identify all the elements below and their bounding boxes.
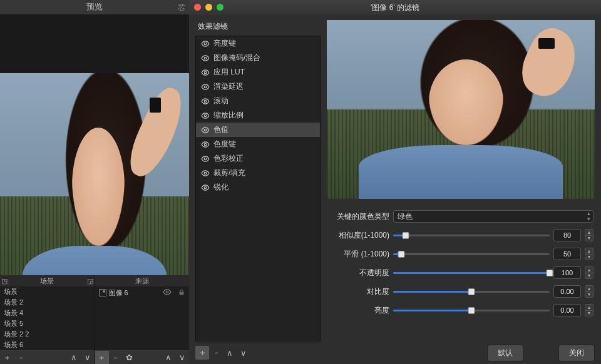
similarity-value[interactable]: 80 — [553, 229, 581, 241]
filter-label: 图像掩码/混合 — [213, 53, 260, 63]
smooth-value[interactable]: 50 — [553, 248, 581, 260]
param-smooth: 平滑 (1-1000) 50 ▲▼ — [327, 248, 593, 260]
filter-row[interactable]: 缩放比例 — [196, 108, 320, 123]
contrast-slider[interactable] — [393, 285, 550, 298]
svg-point-13 — [204, 186, 207, 189]
similarity-stepper[interactable]: ▲▼ — [585, 229, 593, 241]
filter-row[interactable]: 滚动 — [196, 94, 320, 108]
source-row[interactable]: 图像 6 — [95, 286, 190, 299]
preview-title: 预览 — [86, 1, 103, 13]
close-button[interactable]: 关闭 — [558, 345, 595, 361]
brightness-stepper[interactable]: ▲▼ — [585, 304, 593, 316]
minimize-window-button[interactable] — [205, 4, 212, 11]
opacity-stepper[interactable]: ▲▼ — [585, 266, 593, 279]
move-up-button[interactable]: ∧ — [67, 351, 81, 365]
move-down-button[interactable]: ∨ — [81, 351, 95, 365]
remove-filter-button[interactable]: － — [209, 346, 223, 360]
filter-label: 亮度键 — [213, 38, 236, 49]
svg-point-10 — [204, 143, 207, 146]
brightness-slider[interactable] — [393, 304, 550, 316]
eye-icon[interactable] — [201, 140, 210, 149]
filter-row[interactable]: 亮度键 — [196, 36, 320, 51]
chevron-updown-icon: ▴▾ — [587, 211, 590, 222]
filter-row[interactable]: 图像掩码/混合 — [196, 51, 320, 65]
eye-icon[interactable] — [201, 54, 210, 63]
scene-row[interactable]: 场景 2 — [0, 297, 95, 308]
add-button[interactable]: ＋ — [95, 351, 109, 365]
opacity-label: 不透明度 — [327, 268, 389, 278]
svg-point-12 — [204, 172, 207, 174]
filter-row[interactable]: 锐化 — [196, 180, 320, 195]
core-indicator-icon: 芯 — [178, 3, 185, 13]
param-similarity: 相似度(1-1000) 80 ▲▼ — [327, 229, 593, 241]
move-down-button[interactable]: ∨ — [175, 351, 189, 365]
move-up-button[interactable]: ∧ — [162, 351, 175, 365]
eye-icon[interactable] — [201, 126, 210, 134]
visibility-icon[interactable] — [163, 288, 172, 298]
eye-icon[interactable] — [201, 169, 210, 178]
contrast-label: 对比度 — [327, 286, 389, 297]
scene-row[interactable]: 场景 5 — [0, 318, 95, 329]
close-window-button[interactable] — [194, 4, 201, 11]
svg-point-1 — [166, 291, 168, 293]
eye-icon[interactable] — [201, 39, 210, 48]
preview-area[interactable] — [0, 14, 189, 261]
filter-row[interactable]: 裁剪/填充 — [196, 166, 320, 180]
filter-row[interactable]: 色彩校正 — [196, 151, 320, 166]
eye-icon[interactable] — [201, 97, 210, 106]
titlebar[interactable]: '图像 6' 的滤镜 — [189, 0, 601, 15]
smooth-slider[interactable] — [393, 248, 550, 260]
scene-row[interactable]: 场景 4 — [0, 308, 95, 318]
move-down-button[interactable]: ∨ — [237, 346, 250, 360]
svg-point-6 — [204, 86, 207, 88]
filter-label: 色值 — [213, 124, 229, 135]
scenes-panel: ◳ 场景 ◲ 场景场景 2场景 4场景 5场景 2 2场景 6 ＋ － ∧ ∨ — [0, 275, 95, 364]
similarity-slider[interactable] — [393, 229, 550, 241]
remove-button[interactable]: － — [14, 351, 28, 365]
zoom-window-button[interactable] — [217, 4, 223, 11]
sources-header: 来源 — [95, 275, 190, 286]
svg-point-9 — [204, 129, 207, 131]
filter-preview — [327, 20, 595, 199]
scenes-header: ◳ 场景 ◲ — [0, 275, 95, 286]
smooth-label: 平滑 (1-1000) — [327, 249, 389, 260]
eye-icon[interactable] — [201, 183, 210, 192]
lock-icon[interactable] — [178, 288, 185, 297]
filter-row[interactable]: 应用 LUT — [196, 65, 320, 79]
eye-icon[interactable] — [201, 83, 210, 91]
source-list[interactable]: 图像 6 — [95, 286, 190, 350]
dock-icon[interactable]: ◲ — [87, 277, 93, 285]
color-type-select[interactable]: 绿色 ▴▾ — [393, 210, 593, 223]
brightness-value[interactable]: 0.00 — [553, 304, 581, 316]
filter-row[interactable]: 色度键 — [196, 137, 320, 151]
opacity-value[interactable]: 100 — [553, 266, 581, 279]
left-panel: 预览 芯 未选择源 属性 ◐ 滤镜 ◳ 场景 ◲ 场景场景 2场景 4场景 5场… — [0, 0, 189, 364]
scene-row[interactable]: 场景 6 — [0, 340, 95, 350]
scenes-sources: ◳ 场景 ◲ 场景场景 2场景 4场景 5场景 2 2场景 6 ＋ － ∧ ∨ … — [0, 275, 189, 364]
svg-rect-2 — [180, 292, 184, 295]
eye-icon[interactable] — [201, 154, 210, 163]
settings-button[interactable]: ✿ — [123, 351, 136, 365]
remove-button[interactable]: － — [109, 351, 123, 365]
smooth-stepper[interactable]: ▲▼ — [585, 248, 593, 260]
eye-icon[interactable] — [201, 111, 210, 120]
move-up-button[interactable]: ∧ — [223, 346, 237, 360]
filter-list[interactable]: 亮度键图像掩码/混合应用 LUT渲染延迟滚动缩放比例色值色度键色彩校正裁剪/填充… — [195, 36, 321, 341]
scene-row[interactable]: 场景 2 2 — [0, 329, 95, 340]
filter-row[interactable]: 色值 — [196, 123, 320, 137]
scene-row[interactable]: 场景 — [0, 286, 95, 297]
dock-icon[interactable]: ◳ — [1, 277, 8, 285]
defaults-button[interactable]: 默认 — [487, 345, 523, 361]
add-button[interactable]: ＋ — [0, 351, 14, 365]
contrast-stepper[interactable]: ▲▼ — [585, 285, 593, 298]
contrast-value[interactable]: 0.00 — [553, 285, 581, 298]
eye-icon[interactable] — [201, 68, 210, 77]
filter-label: 色彩校正 — [213, 153, 244, 164]
filters-title: 效果滤镜 — [195, 20, 321, 36]
filter-label: 滚动 — [213, 96, 229, 106]
filter-label: 缩放比例 — [213, 110, 244, 121]
filter-row[interactable]: 渲染延迟 — [196, 79, 320, 94]
scene-list[interactable]: 场景场景 2场景 4场景 5场景 2 2场景 6 — [0, 286, 95, 350]
opacity-slider[interactable] — [393, 266, 550, 279]
add-filter-button[interactable]: ＋ — [195, 346, 209, 360]
